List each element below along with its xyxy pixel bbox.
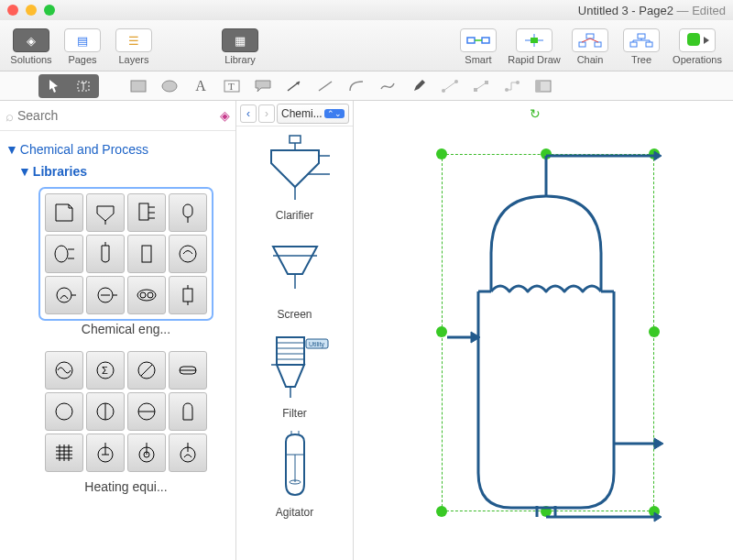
svg-rect-3 [531,38,538,43]
disclosure-triangle-icon: ▼ [5,142,18,157]
operations-button[interactable]: Operations [667,26,728,65]
svg-point-56 [140,292,146,298]
spline-tool[interactable] [374,76,401,96]
svg-rect-42 [183,204,192,217]
library-thumbnail-grid: Σ [41,347,211,476]
arc-tool[interactable] [343,76,370,96]
traffic-lights [7,5,55,16]
text-a-icon: A [195,78,206,94]
stencil-thumb [86,434,125,472]
svg-text:Σ: Σ [102,365,108,376]
screen-icon [258,241,332,296]
svg-rect-1 [482,38,489,43]
svg-line-65 [141,365,152,376]
smart-icon [466,34,490,47]
stencil-thumb [127,434,166,472]
select-mode-button[interactable] [40,76,68,96]
stencil-thumb [169,193,207,232]
bezier-tool[interactable] [436,76,464,96]
library-selector-dropdown[interactable]: Chemi... ⌃⌄ [277,104,349,124]
layers-button[interactable]: ☰ Layers [108,26,159,65]
drawing-canvas[interactable]: ↻ [354,101,733,560]
stencil-thumb [127,392,166,431]
stencil-clarifier[interactable]: Clarifier [236,126,353,225]
pages-button[interactable]: ▤ Pages [57,26,108,65]
text-tool[interactable]: A [187,76,214,96]
reactor-vessel-shape[interactable] [431,143,669,528]
solutions-badge-icon[interactable]: ◈ [220,108,230,123]
library-group-chemical-eng[interactable]: Chemical eng... [20,190,232,336]
stencil-screen[interactable]: Screen [236,225,353,324]
ellipse-tool[interactable] [156,76,183,96]
tree-root-chemical-process[interactable]: ▼ Chemical and Process [4,138,232,160]
library-group-label: Heating equi... [20,479,232,494]
svg-text:Utility: Utility [309,341,325,348]
window-titlebar: Untitled 3 - Page2 — Edited [0,0,733,20]
arrow-tool[interactable] [280,76,308,96]
svg-rect-58 [183,289,192,302]
library-group-heating-equi[interactable]: Σ Heating equi... [20,347,232,494]
container-tool[interactable] [530,76,557,96]
solutions-panel: ⌕ ◈ ▼ Chemical and Process ▼ Libraries [0,101,236,560]
chevron-up-down-icon: ⌃⌄ [324,109,345,118]
main-toolbar: ◈ Solutions ▤ Pages ☰ Layers ▦ Library S… [0,20,733,71]
svg-point-33 [505,88,509,92]
chain-button[interactable]: Chain [564,26,616,65]
text-box-tool[interactable]: T [218,76,246,96]
tree-icon [629,33,653,48]
tree-button[interactable]: Tree [616,26,667,65]
svg-point-49 [180,246,196,262]
solutions-button[interactable]: ◈ Solutions [5,26,57,65]
library-nav-forward[interactable]: › [258,104,275,123]
search-input[interactable] [17,104,216,126]
library-thumbnail-grid [41,190,211,318]
svg-point-28 [442,89,445,93]
svg-point-57 [148,292,153,298]
connection-tool[interactable] [498,76,526,96]
svg-rect-38 [139,203,148,220]
callout-tool[interactable] [249,76,277,96]
smart-connector-button[interactable]: Smart [453,26,504,65]
rectangle-tool[interactable] [125,76,152,96]
minimize-window-button[interactable] [26,5,37,16]
node-edit-tool[interactable] [467,76,495,96]
library-nav-back[interactable]: ‹ [240,104,257,123]
stencil-filter[interactable]: Utility Filter [236,324,353,423]
pen-icon [411,79,426,93]
svg-line-12 [590,38,598,42]
solutions-icon: ◈ [27,34,36,48]
svg-rect-15 [646,42,652,47]
window-title: Untitled 3 - Page2 [578,4,673,17]
svg-rect-87 [290,136,301,143]
stencil-thumb [45,235,83,273]
stencil-thumb [169,392,207,431]
svg-point-44 [55,246,68,262]
stencil-thumb [127,193,166,232]
stencil-thumb [169,434,207,472]
pointer-icon [48,79,60,93]
library-icon: ▦ [235,34,246,48]
text-mode-button[interactable]: T [70,76,97,96]
rapid-draw-button[interactable]: Rapid Draw [504,26,564,65]
chain-icon [578,33,602,48]
rotate-handle-icon[interactable]: ↻ [530,106,541,121]
shape-tool-tray: T A T [0,71,733,101]
close-window-button[interactable] [7,5,18,16]
pen-tool[interactable] [405,76,432,96]
stencil-thumb [45,193,83,232]
library-button[interactable]: ▦ Library [214,26,266,65]
tree-node-libraries[interactable]: ▼ Libraries [16,160,232,182]
library-stencil-panel: ‹ › Chemi... ⌃⌄ Clarifier Screen Utility… [236,101,354,560]
svg-line-11 [582,38,590,42]
stencil-agitator[interactable]: Agitator [236,423,353,522]
svg-rect-8 [586,34,594,38]
stencil-label: Screen [277,308,312,321]
svg-point-34 [516,81,520,84]
stencil-thumb [45,392,83,431]
stencil-label: Filter [282,407,307,420]
line-tool[interactable] [312,76,339,96]
zoom-window-button[interactable] [44,5,55,16]
clarifier-icon [258,134,332,205]
svg-rect-14 [630,42,637,47]
stencil-thumb [169,351,207,390]
